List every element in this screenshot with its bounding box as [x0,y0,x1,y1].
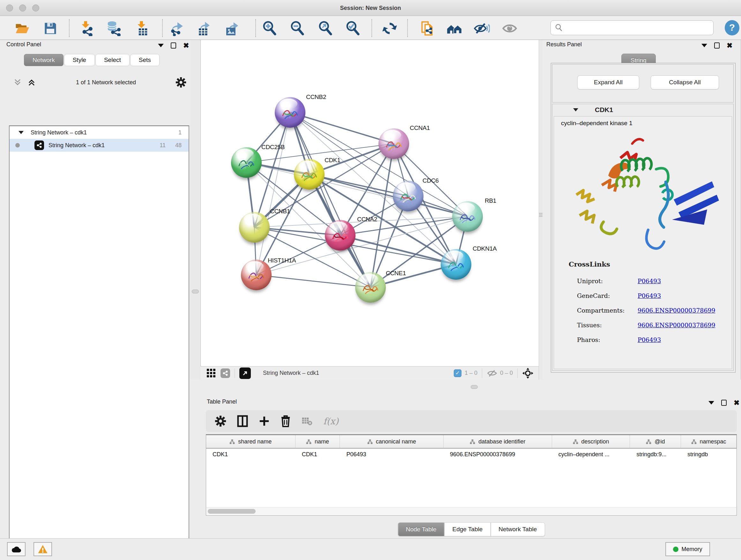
expand-all-button[interactable]: Expand All [577,75,639,89]
table-horizontal-scrollbar[interactable] [206,507,736,515]
gear-icon[interactable] [176,77,186,88]
open-external-icon[interactable] [239,368,251,379]
crosslink-link[interactable]: P06493 [637,292,661,299]
collapse-all-icon[interactable] [13,78,22,87]
refresh-view-icon[interactable] [382,20,398,37]
import-table-icon[interactable] [135,20,151,37]
right-splitter[interactable] [539,40,542,380]
panel-float-icon[interactable] [721,400,727,406]
network-node-CDKN1A[interactable] [441,249,471,280]
splitter-handle[interactable] [192,290,199,294]
network-edge-CCNB2-CCNA1[interactable] [290,112,394,144]
tab-sets[interactable]: Sets [130,54,159,66]
import-network-database-icon[interactable] [106,20,122,37]
hidden-eye-icon[interactable] [487,368,497,378]
panel-collapse-icon[interactable] [701,44,707,47]
column-header-name[interactable]: name [295,435,340,448]
table-cell[interactable]: 9606.ENSP00000378699 [444,449,552,461]
panel-collapse-icon[interactable] [158,44,164,47]
zoom-out-icon[interactable] [289,20,306,37]
left-splitter[interactable] [191,40,200,380]
scrollbar-thumb[interactable] [208,509,256,514]
column-header-description[interactable]: description [552,435,630,448]
crosslink-link[interactable]: P06493 [637,336,661,343]
zoom-in-icon[interactable] [262,20,278,37]
warning-button[interactable] [33,542,52,556]
tab-edge-table[interactable]: Edge Table [445,522,491,537]
export-table-icon[interactable] [196,20,212,37]
panel-close-icon[interactable]: ✖ [183,43,189,49]
entry-header[interactable]: CDK1 [552,104,733,116]
expand-all-icon[interactable] [27,78,37,87]
panel-collapse-icon[interactable] [709,401,714,405]
panel-float-icon[interactable] [714,43,720,49]
network-row[interactable]: String Network – cdk1 11 48 [10,139,189,152]
open-session-icon[interactable] [14,20,30,37]
table-cell[interactable]: stringdb:9... [630,449,681,461]
tab-node-table[interactable]: Node Table [398,522,445,537]
horizontal-splitter[interactable] [191,380,741,396]
show-columns-icon[interactable] [237,415,248,427]
grid-view-icon[interactable] [207,369,215,377]
column-header-canonical-name[interactable]: canonical name [340,435,444,448]
cloud-button[interactable] [7,542,25,556]
tab-style[interactable]: Style [64,54,95,66]
table-cell[interactable]: CDK1 [206,449,295,461]
network-node-CCNB2[interactable] [275,97,306,128]
panel-close-icon[interactable]: ✖ [734,400,739,406]
network-edge-CCNB2-CCNE1[interactable] [290,112,370,287]
network-node-CDK1[interactable] [294,159,325,190]
table-cell[interactable]: stringdb [681,449,737,461]
hide-selected-icon[interactable] [474,20,490,37]
network-node-CCNE1[interactable] [355,272,386,303]
zoom-selected-icon[interactable] [345,20,361,37]
column-header-database-identifier[interactable]: database identifier [444,435,552,448]
tab-select[interactable]: Select [95,54,130,66]
duplicate-network-icon[interactable] [419,20,435,37]
network-node-RB1[interactable] [452,201,483,232]
network-node-CCNA1[interactable] [379,128,409,159]
export-image-icon[interactable] [224,20,240,37]
network-edge-CCNB2-HIST1H1A[interactable] [256,112,290,275]
panel-close-icon[interactable]: ✖ [727,43,732,49]
table-cell[interactable]: P06493 [340,449,444,461]
add-column-icon[interactable] [259,416,270,427]
panel-float-icon[interactable] [171,43,176,49]
tree-expand-icon[interactable] [18,131,23,134]
network-node-CDC25B[interactable] [231,147,262,178]
import-network-file-icon[interactable] [79,20,95,37]
string-view-icon[interactable] [220,368,230,378]
delete-table-icon[interactable] [301,416,313,426]
column-header--id[interactable]: @id [630,435,681,448]
crosslink-link[interactable]: 9606.ENSP00000378699 [637,321,716,328]
zoom-fit-icon[interactable] [318,20,333,37]
help-button[interactable]: ? [725,20,739,36]
crosslink-link[interactable]: 9606.ENSP00000378699 [637,307,716,314]
network-node-CCNB1[interactable] [239,212,270,243]
selected-checkbox-icon[interactable]: ✓ [454,369,461,377]
birdseye-icon[interactable] [522,368,534,379]
tab-network[interactable]: Network [24,54,64,66]
column-header-shared-name[interactable]: shared name [206,435,295,448]
crosslink-link[interactable]: P06493 [637,277,661,285]
table-cell[interactable]: CDK1 [295,449,340,461]
table-settings-gear-icon[interactable] [215,415,226,427]
export-network-icon[interactable] [170,20,185,37]
tab-network-table[interactable]: Network Table [490,522,545,537]
network-collection-row[interactable]: String Network – cdk1 1 [10,126,189,139]
network-node-CDC6[interactable] [393,181,423,211]
network-canvas[interactable]: CCNB2CCNA1CDC25BCDK1CDC6RB1CCNB1CCNA2CDK… [200,40,539,366]
network-node-HIST1H1A[interactable] [241,260,272,290]
splitter-handle[interactable] [471,385,478,389]
network-node-CCNA2[interactable] [325,220,355,251]
column-header-namespac[interactable]: namespac [681,435,737,448]
show-eye-icon[interactable] [502,20,518,37]
table-row[interactable]: CDK1CDK1P064939606.ENSP00000378699cyclin… [206,449,737,461]
collapse-all-button[interactable]: Collapse All [651,75,719,89]
network-edge-HIST1H1A-CCNE1[interactable] [256,275,370,287]
memory-button[interactable]: Memory [665,542,710,556]
show-all-networks-icon[interactable] [447,20,462,37]
entry-collapse-icon[interactable] [573,108,578,111]
search-input[interactable] [565,24,713,31]
delete-column-icon[interactable] [280,415,291,427]
